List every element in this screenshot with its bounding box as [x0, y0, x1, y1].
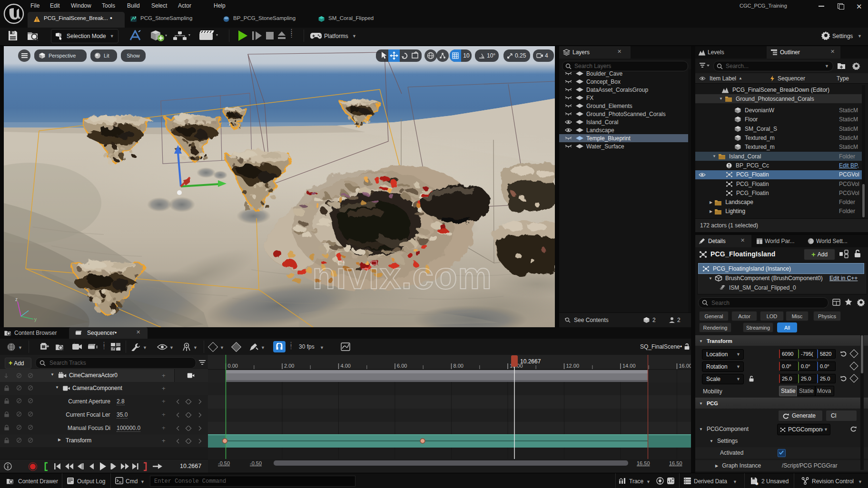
svg-text:4.00: 4.00	[341, 363, 351, 369]
svg-text:16.50: 16.50	[637, 460, 650, 466]
svg-text:10.2667: 10.2667	[520, 358, 541, 365]
svg-text:✱: ✱	[755, 482, 759, 486]
svg-text:0.00: 0.00	[228, 363, 238, 369]
svg-text:-0.50: -0.50	[218, 460, 230, 466]
svg-text:nivix.com: nivix.com	[312, 254, 492, 297]
svg-text:2.00: 2.00	[284, 363, 294, 369]
svg-text:8.00: 8.00	[454, 363, 464, 369]
svg-text:12.00: 12.00	[566, 363, 580, 369]
svg-text:6.00: 6.00	[397, 363, 407, 369]
svg-text:y: y	[34, 317, 37, 322]
svg-text:14.00: 14.00	[622, 363, 636, 369]
svg-text:z: z	[15, 297, 18, 302]
svg-text:16.50: 16.50	[669, 460, 682, 466]
svg-text:-0.50: -0.50	[250, 460, 262, 466]
svg-text:16.00: 16.00	[679, 363, 691, 369]
